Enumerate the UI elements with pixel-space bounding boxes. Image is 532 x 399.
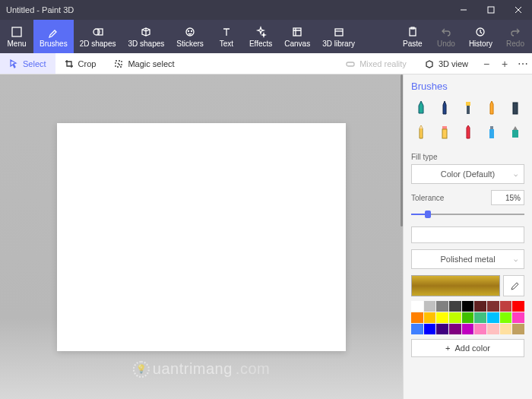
brush-watercolor[interactable] [482, 98, 501, 118]
close-button[interactable] [505, 0, 532, 20]
add-color-button[interactable]: + Add color [411, 339, 524, 357]
select-tool[interactable]: Select [0, 53, 55, 74]
side-panel: Brushes Fill type Color (Default)⌵ Toler… [403, 74, 532, 399]
svg-point-5 [93, 29, 100, 35]
color-swatch[interactable] [474, 312, 486, 323]
color-swatch[interactable] [487, 301, 499, 312]
tab-text[interactable]: Text [210, 20, 243, 53]
maximize-button[interactable] [477, 0, 505, 20]
tab-2d-shapes[interactable]: 2D shapes [74, 20, 122, 53]
color-swatch[interactable] [436, 301, 448, 312]
brush-grid [411, 98, 524, 142]
brush-eraser[interactable] [435, 122, 454, 142]
color-swatch[interactable] [411, 301, 423, 312]
color-swatch[interactable] [500, 301, 512, 312]
redo-button[interactable]: Redo [499, 20, 532, 53]
subtoolbar: Select Crop Magic select Mixed reality 3… [0, 53, 532, 74]
3d-view-button[interactable]: 3D view [416, 53, 477, 74]
svg-rect-23 [490, 126, 493, 129]
svg-rect-17 [466, 102, 470, 106]
tolerance-value[interactable]: 15% [491, 190, 524, 205]
tab-brushes[interactable]: Brushes [33, 20, 74, 53]
color-swatch[interactable] [449, 312, 461, 323]
paste-button[interactable]: Paste [396, 20, 429, 53]
ribbon: Menu Brushes 2D shapes 3D shapes Sticker… [0, 20, 532, 53]
svg-rect-18 [467, 106, 470, 114]
zoom-out-button[interactable]: − [477, 58, 496, 70]
svg-rect-4 [12, 27, 21, 36]
menu-button[interactable]: Menu [0, 20, 33, 53]
tab-3d-library[interactable]: 3D library [316, 20, 361, 53]
svg-rect-10 [293, 28, 301, 36]
color-swatch[interactable] [424, 301, 436, 312]
brush-calligraphy[interactable] [435, 98, 454, 118]
eyedropper-button[interactable] [503, 275, 524, 296]
color-swatch[interactable] [436, 324, 448, 334]
opacity-box[interactable] [411, 226, 524, 243]
material-dropdown[interactable]: Polished metal⌵ [411, 249, 524, 269]
brush-spray[interactable] [482, 122, 501, 142]
brush-marker[interactable] [411, 98, 430, 118]
svg-rect-16 [347, 62, 354, 66]
brush-pencil[interactable] [411, 122, 430, 142]
side-panel-title: Brushes [411, 81, 524, 92]
tab-canvas[interactable]: Canvas [278, 20, 316, 53]
watermark: 💡 uantrimang.com [133, 360, 270, 378]
fill-type-dropdown[interactable]: Color (Default)⌵ [411, 164, 524, 184]
crop-tool[interactable]: Crop [55, 53, 106, 74]
tab-3d-shapes[interactable]: 3D shapes [122, 20, 171, 53]
color-swatch[interactable] [462, 301, 474, 312]
color-swatch[interactable] [512, 312, 524, 323]
color-swatch[interactable] [462, 312, 474, 323]
color-swatch[interactable] [474, 324, 486, 334]
color-swatch[interactable] [411, 312, 423, 323]
color-swatch[interactable] [411, 324, 423, 334]
color-swatch[interactable] [487, 312, 499, 323]
svg-rect-19 [513, 103, 518, 114]
color-swatch[interactable] [424, 312, 436, 323]
color-swatch[interactable] [487, 324, 499, 334]
svg-rect-22 [489, 129, 494, 138]
scrollbar[interactable] [401, 74, 403, 226]
tolerance-slider[interactable] [411, 208, 524, 220]
color-swatch[interactable] [512, 324, 524, 334]
color-swatch[interactable] [424, 324, 436, 334]
chevron-down-icon: ⌵ [514, 255, 518, 263]
tolerance-label: Tolerance [411, 194, 444, 202]
svg-rect-21 [442, 129, 447, 138]
svg-rect-1 [488, 7, 494, 13]
color-swatch[interactable] [462, 324, 474, 334]
color-palette [411, 301, 524, 334]
brush-fill[interactable] [505, 122, 524, 142]
color-swatch[interactable] [474, 301, 486, 312]
tab-stickers[interactable]: Stickers [170, 20, 210, 53]
color-swatch[interactable] [449, 324, 461, 334]
chevron-down-icon: ⌵ [514, 170, 518, 178]
mixed-reality-button: Mixed reality [337, 53, 416, 74]
svg-rect-20 [442, 126, 447, 129]
undo-button[interactable]: Undo [429, 20, 463, 53]
canvas-area[interactable]: 💡 uantrimang.com [0, 74, 403, 399]
canvas[interactable] [57, 123, 346, 351]
titlebar: Untitled - Paint 3D [0, 0, 532, 20]
svg-point-8 [188, 30, 189, 31]
plus-icon: + [445, 344, 450, 353]
minimize-button[interactable] [450, 0, 477, 20]
fill-type-label: Fill type [411, 153, 524, 161]
more-button[interactable]: ⋯ [514, 58, 532, 70]
color-swatch[interactable] [449, 301, 461, 312]
svg-rect-11 [335, 29, 343, 36]
tab-effects[interactable]: Effects [243, 20, 278, 53]
history-button[interactable]: History [463, 20, 499, 53]
brush-crayon[interactable] [458, 122, 477, 142]
brush-oil[interactable] [458, 98, 477, 118]
color-swatch[interactable] [500, 312, 512, 323]
color-swatch[interactable] [436, 312, 448, 323]
svg-rect-24 [512, 130, 518, 138]
magic-select-tool[interactable]: Magic select [105, 53, 183, 74]
zoom-in-button[interactable]: + [496, 58, 514, 70]
color-swatch[interactable] [512, 301, 524, 312]
current-color-swatch[interactable] [411, 275, 500, 296]
brush-pixel[interactable] [505, 98, 524, 118]
color-swatch[interactable] [500, 324, 512, 334]
